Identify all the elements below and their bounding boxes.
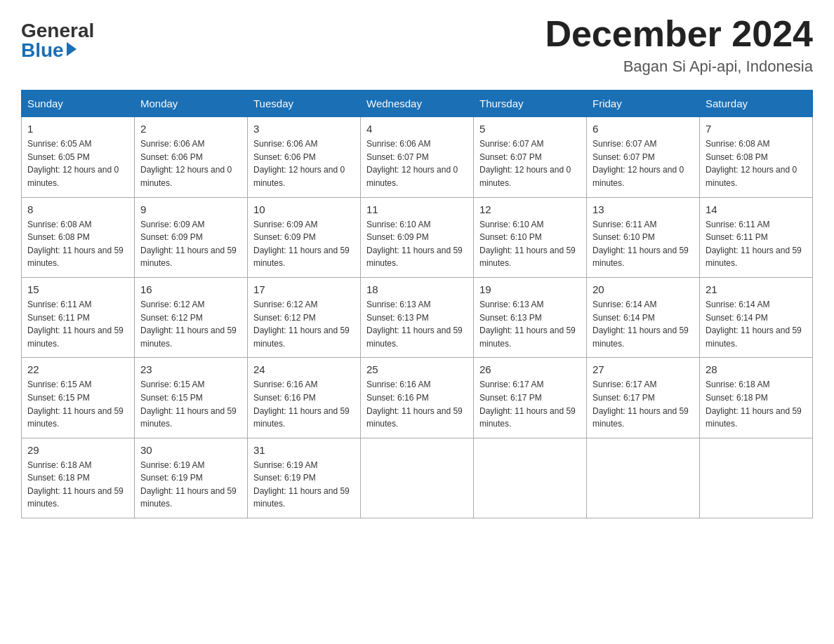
day-number: 8 <box>27 203 128 215</box>
day-number: 26 <box>479 363 581 375</box>
day-number: 10 <box>253 203 355 215</box>
day-info: Sunrise: 6:18 AMSunset: 6:18 PMDaylight:… <box>27 460 124 509</box>
table-cell <box>361 438 474 518</box>
table-cell: 10 Sunrise: 6:09 AMSunset: 6:09 PMDaylig… <box>248 197 361 277</box>
day-number: 4 <box>366 123 468 135</box>
table-cell: 3 Sunrise: 6:06 AMSunset: 6:06 PMDayligh… <box>248 117 361 197</box>
day-number: 5 <box>479 123 581 135</box>
day-info: Sunrise: 6:17 AMSunset: 6:17 PMDaylight:… <box>479 380 576 429</box>
table-cell: 14 Sunrise: 6:11 AMSunset: 6:11 PMDaylig… <box>700 197 813 277</box>
day-number: 16 <box>140 283 241 295</box>
table-row: 15 Sunrise: 6:11 AMSunset: 6:11 PMDaylig… <box>22 277 813 357</box>
day-info: Sunrise: 6:16 AMSunset: 6:16 PMDaylight:… <box>253 380 350 429</box>
day-number: 19 <box>479 283 581 295</box>
table-cell: 15 Sunrise: 6:11 AMSunset: 6:11 PMDaylig… <box>22 277 135 357</box>
day-info: Sunrise: 6:08 AMSunset: 6:08 PMDaylight:… <box>706 139 797 188</box>
col-tuesday: Tuesday <box>248 90 361 117</box>
table-cell: 17 Sunrise: 6:12 AMSunset: 6:12 PMDaylig… <box>248 277 361 357</box>
title-area: December 2024 Bagan Si Api-api, Indonesi… <box>545 14 813 76</box>
table-cell: 31 Sunrise: 6:19 AMSunset: 6:19 PMDaylig… <box>248 438 361 518</box>
calendar-table: Sunday Monday Tuesday Wednesday Thursday… <box>21 90 813 518</box>
logo-general-text: General <box>21 21 94 41</box>
table-cell: 18 Sunrise: 6:13 AMSunset: 6:13 PMDaylig… <box>361 277 474 357</box>
table-cell: 4 Sunrise: 6:06 AMSunset: 6:07 PMDayligh… <box>361 117 474 197</box>
day-info: Sunrise: 6:13 AMSunset: 6:13 PMDaylight:… <box>366 300 463 349</box>
logo-blue-text: Blue <box>21 41 77 60</box>
table-cell <box>700 438 813 518</box>
day-info: Sunrise: 6:06 AMSunset: 6:07 PMDaylight:… <box>366 139 458 188</box>
day-info: Sunrise: 6:13 AMSunset: 6:13 PMDaylight:… <box>479 300 576 349</box>
day-number: 13 <box>593 203 694 215</box>
day-info: Sunrise: 6:09 AMSunset: 6:09 PMDaylight:… <box>140 220 237 269</box>
table-cell: 30 Sunrise: 6:19 AMSunset: 6:19 PMDaylig… <box>135 438 248 518</box>
col-wednesday: Wednesday <box>361 90 474 117</box>
table-cell: 5 Sunrise: 6:07 AMSunset: 6:07 PMDayligh… <box>474 117 587 197</box>
day-info: Sunrise: 6:09 AMSunset: 6:09 PMDaylight:… <box>253 220 350 269</box>
day-number: 3 <box>253 123 355 135</box>
table-cell <box>587 438 700 518</box>
location-title: Bagan Si Api-api, Indonesia <box>545 58 813 76</box>
day-number: 21 <box>706 283 807 295</box>
day-info: Sunrise: 6:10 AMSunset: 6:09 PMDaylight:… <box>366 220 463 269</box>
day-number: 27 <box>593 363 694 375</box>
day-number: 15 <box>27 283 128 295</box>
table-cell: 13 Sunrise: 6:11 AMSunset: 6:10 PMDaylig… <box>587 197 700 277</box>
day-info: Sunrise: 6:19 AMSunset: 6:19 PMDaylight:… <box>140 460 237 509</box>
month-title: December 2024 <box>545 14 813 54</box>
day-number: 25 <box>366 363 468 375</box>
header-row: Sunday Monday Tuesday Wednesday Thursday… <box>22 90 813 117</box>
day-info: Sunrise: 6:06 AMSunset: 6:06 PMDaylight:… <box>140 139 232 188</box>
table-cell: 23 Sunrise: 6:15 AMSunset: 6:15 PMDaylig… <box>135 358 248 438</box>
day-number: 31 <box>253 444 355 456</box>
table-cell: 6 Sunrise: 6:07 AMSunset: 6:07 PMDayligh… <box>587 117 700 197</box>
day-number: 22 <box>27 363 128 375</box>
table-cell: 29 Sunrise: 6:18 AMSunset: 6:18 PMDaylig… <box>22 438 135 518</box>
day-info: Sunrise: 6:07 AMSunset: 6:07 PMDaylight:… <box>479 139 571 188</box>
day-info: Sunrise: 6:06 AMSunset: 6:06 PMDaylight:… <box>253 139 345 188</box>
table-cell: 28 Sunrise: 6:18 AMSunset: 6:18 PMDaylig… <box>700 358 813 438</box>
day-info: Sunrise: 6:18 AMSunset: 6:18 PMDaylight:… <box>706 380 802 429</box>
table-cell: 16 Sunrise: 6:12 AMSunset: 6:12 PMDaylig… <box>135 277 248 357</box>
day-info: Sunrise: 6:15 AMSunset: 6:15 PMDaylight:… <box>140 380 237 429</box>
table-cell: 19 Sunrise: 6:13 AMSunset: 6:13 PMDaylig… <box>474 277 587 357</box>
table-row: 29 Sunrise: 6:18 AMSunset: 6:18 PMDaylig… <box>22 438 813 518</box>
table-row: 22 Sunrise: 6:15 AMSunset: 6:15 PMDaylig… <box>22 358 813 438</box>
table-row: 1 Sunrise: 6:05 AMSunset: 6:05 PMDayligh… <box>22 117 813 197</box>
logo: General Blue <box>21 21 94 60</box>
day-info: Sunrise: 6:14 AMSunset: 6:14 PMDaylight:… <box>593 300 689 349</box>
table-cell: 27 Sunrise: 6:17 AMSunset: 6:17 PMDaylig… <box>587 358 700 438</box>
table-cell: 20 Sunrise: 6:14 AMSunset: 6:14 PMDaylig… <box>587 277 700 357</box>
table-cell: 25 Sunrise: 6:16 AMSunset: 6:16 PMDaylig… <box>361 358 474 438</box>
table-cell: 2 Sunrise: 6:06 AMSunset: 6:06 PMDayligh… <box>135 117 248 197</box>
day-info: Sunrise: 6:07 AMSunset: 6:07 PMDaylight:… <box>593 139 684 188</box>
day-info: Sunrise: 6:12 AMSunset: 6:12 PMDaylight:… <box>140 300 237 349</box>
day-info: Sunrise: 6:08 AMSunset: 6:08 PMDaylight:… <box>27 220 124 269</box>
col-saturday: Saturday <box>700 90 813 117</box>
page-header: General Blue December 2024 Bagan Si Api-… <box>21 14 813 76</box>
day-info: Sunrise: 6:11 AMSunset: 6:10 PMDaylight:… <box>593 220 689 269</box>
col-sunday: Sunday <box>22 90 135 117</box>
day-number: 28 <box>706 363 807 375</box>
table-cell <box>474 438 587 518</box>
day-info: Sunrise: 6:12 AMSunset: 6:12 PMDaylight:… <box>253 300 350 349</box>
logo-triangle-icon <box>67 42 77 56</box>
table-cell: 9 Sunrise: 6:09 AMSunset: 6:09 PMDayligh… <box>135 197 248 277</box>
day-number: 18 <box>366 283 468 295</box>
col-friday: Friday <box>587 90 700 117</box>
day-info: Sunrise: 6:14 AMSunset: 6:14 PMDaylight:… <box>706 300 802 349</box>
day-number: 6 <box>593 123 694 135</box>
day-number: 30 <box>140 444 241 456</box>
day-number: 24 <box>253 363 355 375</box>
table-cell: 24 Sunrise: 6:16 AMSunset: 6:16 PMDaylig… <box>248 358 361 438</box>
day-number: 12 <box>479 203 581 215</box>
day-number: 1 <box>27 123 128 135</box>
day-info: Sunrise: 6:10 AMSunset: 6:10 PMDaylight:… <box>479 220 576 269</box>
day-info: Sunrise: 6:11 AMSunset: 6:11 PMDaylight:… <box>706 220 802 269</box>
day-number: 2 <box>140 123 241 135</box>
day-info: Sunrise: 6:16 AMSunset: 6:16 PMDaylight:… <box>366 380 463 429</box>
day-number: 11 <box>366 203 468 215</box>
day-number: 7 <box>706 123 807 135</box>
table-cell: 12 Sunrise: 6:10 AMSunset: 6:10 PMDaylig… <box>474 197 587 277</box>
day-info: Sunrise: 6:19 AMSunset: 6:19 PMDaylight:… <box>253 460 350 509</box>
day-info: Sunrise: 6:15 AMSunset: 6:15 PMDaylight:… <box>27 380 124 429</box>
